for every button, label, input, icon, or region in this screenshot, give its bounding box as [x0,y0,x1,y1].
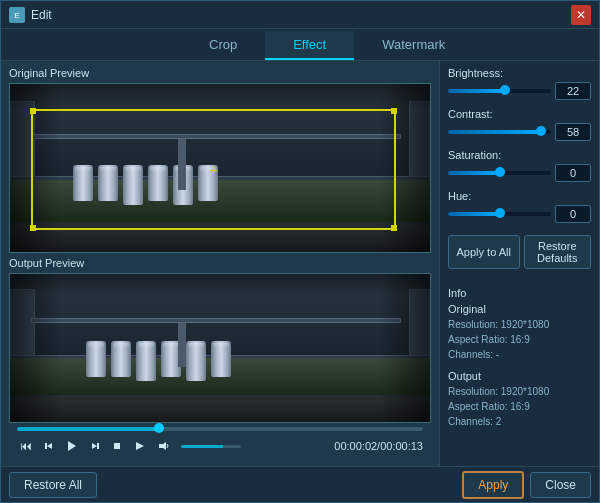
svg-marker-5 [92,443,97,449]
hue-input[interactable] [555,205,591,223]
output-channels: Channels: 2 [448,414,591,429]
btn-volume[interactable] [155,438,173,454]
progress-slider-container [17,427,423,431]
info-title: Info [448,287,591,299]
btn-prev[interactable] [17,437,35,455]
svg-rect-6 [97,443,99,449]
svg-marker-4 [68,441,76,451]
contrast-slider[interactable] [448,130,551,134]
btn-stop[interactable] [109,439,125,453]
brightness-fill [448,89,505,93]
output-info-group: Output Resolution: 1920*1080 Aspect Rati… [448,370,591,429]
contrast-label: Contrast: [448,108,591,120]
saturation-slider-row [448,164,591,182]
hue-label: Hue: [448,190,591,202]
saturation-slider[interactable] [448,171,551,175]
brightness-slider-row [448,82,591,100]
svg-rect-3 [45,443,47,449]
info-section: Info Original Resolution: 1920*1080 Aspe… [448,287,591,460]
progress-slider[interactable] [17,427,423,431]
tab-crop[interactable]: Crop [181,31,265,60]
time-display: 00:00:02/00:00:13 [334,440,423,452]
contrast-input[interactable] [555,123,591,141]
restore-defaults-button[interactable]: Restore Defaults [524,235,592,269]
svg-marker-2 [47,443,52,449]
svg-marker-8 [136,442,144,450]
saturation-fill [448,171,500,175]
hue-slider[interactable] [448,212,551,216]
output-video-canvas [10,274,430,422]
saturation-label: Saturation: [448,149,591,161]
original-preview-label: Original Preview [9,67,431,79]
btn-next-frame[interactable] [87,439,103,453]
original-info-group: Original Resolution: 1920*1080 Aspect Ra… [448,303,591,362]
brightness-input[interactable] [555,82,591,100]
apply-to-all-button[interactable]: Apply to All [448,235,520,269]
original-resolution: Resolution: 1920*1080 [448,317,591,332]
svg-rect-7 [114,443,120,449]
brightness-slider[interactable] [448,89,551,93]
right-panel: Brightness: Contrast: [439,61,599,466]
playback-controls: 00:00:02/00:00:13 [17,437,423,455]
brightness-label: Brightness: [448,67,591,79]
output-resolution: Resolution: 1920*1080 [448,384,591,399]
hue-control: Hue: [448,190,591,223]
tab-effect[interactable]: Effect [265,31,354,60]
progress-thumb[interactable] [154,423,164,433]
title-bar: E Edit ✕ [1,1,599,29]
saturation-control: Saturation: [448,149,591,182]
original-video-canvas [10,84,430,252]
output-preview-label: Output Preview [9,257,431,269]
edit-window: E Edit ✕ Crop Effect Watermark Original … [0,0,600,503]
tab-watermark[interactable]: Watermark [354,31,473,60]
original-info-title: Original [448,303,591,315]
hue-fill [448,212,500,216]
close-window-button[interactable]: ✕ [571,5,591,25]
contrast-fill [448,130,541,134]
output-info-title: Output [448,370,591,382]
brightness-control: Brightness: [448,67,591,100]
controls-bar: 00:00:02/00:00:13 [9,423,431,457]
original-aspect: Aspect Ratio: 16:9 [448,332,591,347]
saturation-input[interactable] [555,164,591,182]
original-scene [10,84,430,252]
output-aspect: Aspect Ratio: 16:9 [448,399,591,414]
output-scene [10,274,430,422]
contrast-thumb[interactable] [536,126,546,136]
contrast-control: Contrast: [448,108,591,141]
svg-text:E: E [14,11,19,20]
contrast-slider-row [448,123,591,141]
svg-marker-9 [159,442,166,450]
close-button[interactable]: Close [530,472,591,498]
saturation-thumb[interactable] [495,167,505,177]
brightness-thumb[interactable] [500,85,510,95]
btn-next[interactable] [131,438,149,454]
app-icon: E [9,7,25,23]
restore-all-button[interactable]: Restore All [9,472,97,498]
original-preview-box [9,83,431,253]
btn-play[interactable] [63,438,81,454]
left-panel: Original Preview [1,61,439,466]
content-area: Original Preview [1,61,599,466]
original-channels: Channels: - [448,347,591,362]
volume-slider[interactable] [181,445,241,448]
window-title: Edit [31,8,571,22]
output-preview-box [9,273,431,423]
bottom-bar: Restore All Apply Close [1,466,599,502]
btn-prev-frame[interactable] [41,439,57,453]
hue-slider-row [448,205,591,223]
hue-thumb[interactable] [495,208,505,218]
apply-button[interactable]: Apply [462,471,524,499]
tab-bar: Crop Effect Watermark [1,29,599,61]
